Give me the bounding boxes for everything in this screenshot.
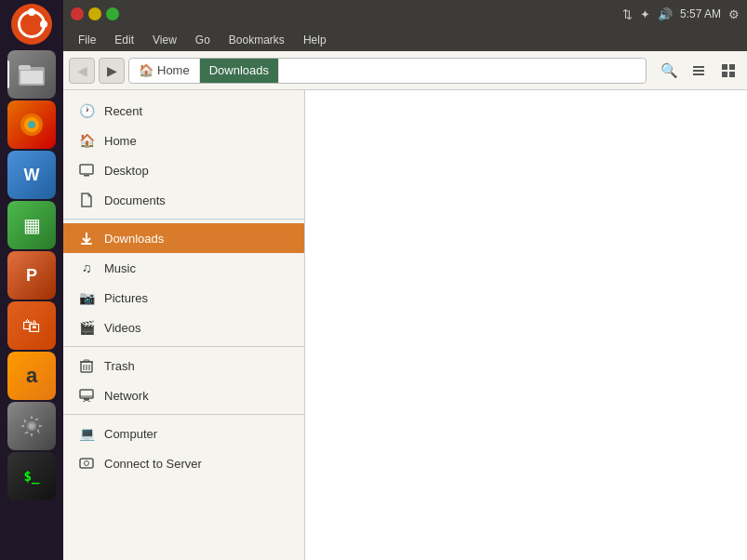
menu-view[interactable]: View bbox=[145, 32, 184, 48]
active-indicator bbox=[7, 60, 9, 88]
sidebar-item-videos[interactable]: 🎬 Videos bbox=[63, 313, 304, 342]
sidebar-item-recent[interactable]: 🕐 Recent bbox=[63, 96, 304, 126]
sidebar-computer-label: Computer bbox=[104, 427, 157, 441]
sidebar-connect-server-label: Connect to Server bbox=[104, 457, 202, 471]
sort-icon: ⇅ bbox=[622, 7, 633, 21]
computer-icon: 💻 bbox=[78, 425, 95, 442]
menubar: File Edit View Go Bookmarks Help bbox=[63, 28, 747, 51]
gear-icon[interactable]: ⚙ bbox=[728, 7, 740, 21]
maximize-button[interactable] bbox=[106, 7, 119, 20]
trash-icon bbox=[78, 357, 95, 374]
svg-rect-20 bbox=[84, 360, 89, 362]
svg-rect-29 bbox=[80, 459, 93, 468]
menu-file[interactable]: File bbox=[71, 32, 103, 48]
svg-rect-1 bbox=[19, 65, 31, 70]
dock-app-file-manager[interactable] bbox=[7, 50, 56, 99]
sidebar-item-home[interactable]: 🏠 Home bbox=[63, 126, 304, 155]
writer-icon: W bbox=[7, 151, 56, 199]
system-tray: ⇅ ✦ 🔊 5:57 AM ⚙ bbox=[622, 7, 740, 21]
svg-rect-17 bbox=[81, 243, 92, 245]
breadcrumb-downloads[interactable]: Downloads bbox=[200, 59, 279, 83]
dock-app-impress[interactable]: P bbox=[7, 251, 56, 300]
svg-rect-10 bbox=[693, 73, 704, 75]
sidebar-item-documents[interactable]: Documents bbox=[63, 185, 304, 215]
home-icon: 🏠 bbox=[139, 63, 153, 77]
sidebar-item-downloads[interactable]: Downloads bbox=[63, 223, 304, 253]
music-icon: ♫ bbox=[78, 260, 95, 276]
downloads-icon bbox=[78, 230, 95, 247]
sidebar-item-connect-server[interactable]: Connect to Server bbox=[63, 448, 304, 478]
search-icon: 🔍 bbox=[660, 62, 678, 79]
search-button[interactable]: 🔍 bbox=[656, 58, 682, 84]
videos-icon: 🎬 bbox=[78, 319, 95, 336]
svg-rect-13 bbox=[722, 72, 727, 77]
dock-app-terminal[interactable]: $_ bbox=[7, 452, 56, 500]
sidebar-recent-label: Recent bbox=[104, 104, 142, 118]
svg-line-28 bbox=[87, 400, 90, 402]
sidebar-item-trash[interactable]: Trash bbox=[63, 351, 304, 380]
home-icon: 🏠 bbox=[78, 132, 95, 149]
svg-point-30 bbox=[85, 461, 89, 466]
breadcrumb-home[interactable]: 🏠 Home bbox=[129, 59, 200, 83]
breadcrumb-home-label: Home bbox=[157, 63, 190, 77]
sidebar-network-label: Network bbox=[104, 389, 149, 403]
dock-app-firefox[interactable] bbox=[7, 100, 56, 149]
forward-button[interactable]: ▶ bbox=[99, 58, 125, 84]
svg-rect-14 bbox=[729, 72, 735, 77]
sidebar-trash-label: Trash bbox=[104, 359, 135, 373]
desktop-icon bbox=[78, 162, 95, 179]
sidebar-item-desktop[interactable]: Desktop bbox=[63, 155, 304, 185]
sidebar-music-label: Music bbox=[104, 261, 136, 275]
sidebar-item-music[interactable]: ♫ Music bbox=[63, 253, 304, 283]
menu-help[interactable]: Help bbox=[296, 32, 334, 48]
sidebar: 🕐 Recent 🏠 Home Desktop Documents bbox=[63, 90, 305, 560]
svg-point-5 bbox=[28, 121, 35, 128]
connect-server-icon bbox=[78, 455, 95, 472]
impress-icon: P bbox=[7, 251, 56, 300]
terminal-icon: $_ bbox=[7, 452, 56, 500]
svg-rect-12 bbox=[729, 64, 735, 70]
toolbar: ◀ ▶ 🏠 Home Downloads 🔍 bbox=[63, 51, 747, 90]
dock-app-appstore[interactable]: 🛍 bbox=[7, 301, 56, 350]
bluetooth-icon: ✦ bbox=[640, 7, 650, 21]
clock: 5:57 AM bbox=[680, 7, 721, 20]
menu-bookmarks[interactable]: Bookmarks bbox=[221, 32, 292, 48]
dock-app-writer[interactable]: W bbox=[7, 151, 56, 199]
svg-line-27 bbox=[83, 400, 87, 402]
svg-rect-24 bbox=[80, 390, 93, 398]
minimize-button[interactable] bbox=[88, 7, 101, 20]
menu-edit[interactable]: Edit bbox=[107, 32, 141, 48]
ubuntu-logo[interactable] bbox=[11, 4, 52, 45]
documents-icon bbox=[78, 192, 95, 208]
dock-app-amazon[interactable]: a bbox=[7, 352, 56, 400]
firefox-icon bbox=[7, 100, 56, 149]
svg-rect-26 bbox=[84, 398, 89, 400]
file-area[interactable] bbox=[305, 90, 747, 560]
dock-app-settings[interactable] bbox=[7, 402, 56, 450]
sidebar-downloads-label: Downloads bbox=[104, 232, 164, 246]
dock-app-calc[interactable]: ▦ bbox=[7, 201, 56, 249]
svg-rect-16 bbox=[84, 175, 89, 177]
pictures-icon: 📷 bbox=[78, 289, 95, 306]
main-content: 🕐 Recent 🏠 Home Desktop Documents bbox=[63, 90, 747, 560]
svg-rect-2 bbox=[20, 71, 43, 84]
close-button[interactable] bbox=[71, 7, 84, 20]
breadcrumb-bar: 🏠 Home Downloads bbox=[128, 58, 647, 84]
back-button[interactable]: ◀ bbox=[69, 58, 95, 84]
sidebar-videos-label: Videos bbox=[104, 321, 141, 335]
sidebar-home-label: Home bbox=[104, 134, 137, 148]
titlebar: ⇅ ✦ 🔊 5:57 AM ⚙ bbox=[63, 0, 747, 28]
dock: W ▦ P 🛍 a $_ bbox=[0, 0, 63, 560]
appstore-icon: 🛍 bbox=[7, 301, 56, 350]
file-manager-icon bbox=[7, 50, 56, 99]
settings-icon bbox=[7, 402, 56, 450]
sidebar-desktop-label: Desktop bbox=[104, 164, 149, 178]
svg-rect-8 bbox=[693, 66, 704, 68]
sidebar-item-network[interactable]: Network bbox=[63, 380, 304, 410]
amazon-icon: a bbox=[7, 352, 56, 400]
sidebar-item-pictures[interactable]: 📷 Pictures bbox=[63, 283, 304, 313]
menu-go[interactable]: Go bbox=[188, 32, 218, 48]
sidebar-item-computer[interactable]: 💻 Computer bbox=[63, 419, 304, 448]
grid-view-button[interactable] bbox=[715, 58, 741, 84]
list-view-button[interactable] bbox=[686, 58, 712, 84]
